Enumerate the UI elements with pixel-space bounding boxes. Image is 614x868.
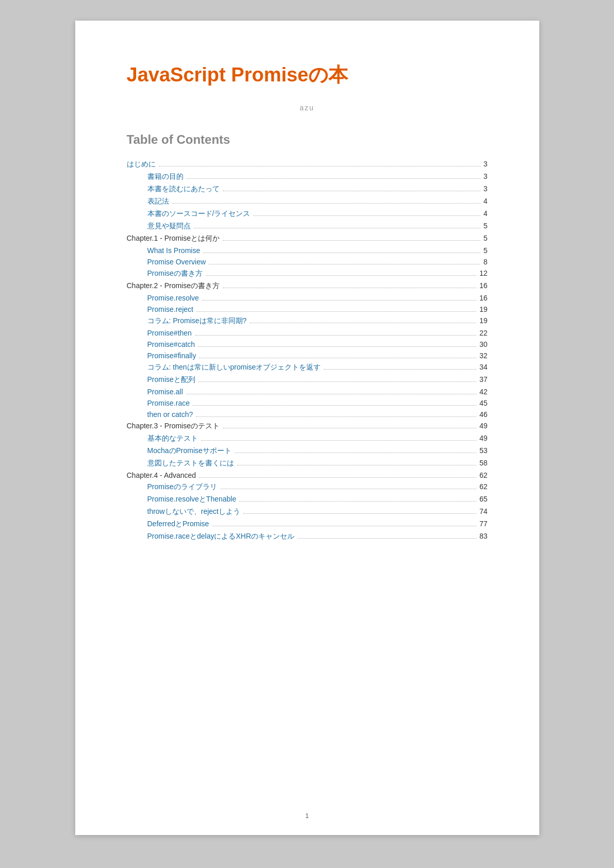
toc-page: 3 (484, 172, 488, 180)
toc-label: Promise.resolve (147, 294, 199, 302)
toc-dots (195, 335, 476, 336)
toc-label: はじめに (127, 160, 156, 169)
toc-entry[interactable]: コラム: Promiseは常に非同期?19 (127, 316, 488, 326)
toc-entry[interactable]: 意見や疑問点5 (127, 222, 488, 231)
toc-page: 5 (484, 234, 488, 242)
toc-entry[interactable]: Chapter.3 - Promiseのテスト49 (127, 422, 488, 431)
toc-entry[interactable]: Promise.all42 (127, 388, 488, 396)
toc-label: 意図したテストを書くには (147, 459, 234, 468)
toc-page: 5 (484, 246, 488, 255)
toc-page: 77 (479, 520, 488, 528)
toc-dots (203, 253, 480, 253)
toc-dots (237, 465, 476, 465)
toc-label: 書籍の目的 (147, 172, 184, 181)
toc-label: throwしないで、rejectしよう (147, 507, 240, 516)
toc-entry[interactable]: 本書のソースコード/ライセンス4 (127, 209, 488, 219)
toc-label: Promise.all (147, 388, 183, 396)
toc-entry[interactable]: Promise Overview8 (127, 258, 488, 266)
toc-label: コラム: Promiseは常に非同期? (147, 316, 247, 326)
toc-dots (223, 288, 476, 288)
toc-dots (172, 203, 480, 204)
toc-entry[interactable]: 表記法4 (127, 197, 488, 206)
toc-page: 49 (479, 422, 488, 430)
toc-entry[interactable]: 書籍の目的3 (127, 172, 488, 181)
toc-entry[interactable]: Promiseの書き方12 (127, 269, 488, 278)
toc-label: Promiseと配列 (147, 375, 195, 385)
toc-label: Chapter.3 - Promiseのテスト (127, 422, 220, 431)
toc-entry[interactable]: コラム: thenは常に新しいpromiseオブジェクトを返す34 (127, 363, 488, 372)
toc-entry[interactable]: Promise.reject19 (127, 305, 488, 313)
toc-entry[interactable]: Promise.raceとdelayによるXHRのキャンセル83 (127, 532, 488, 541)
toc-label: Chapter.4 - Advanced (127, 471, 196, 479)
toc-label: 表記法 (147, 197, 169, 206)
toc-dots (199, 358, 476, 358)
toc-dots (250, 323, 476, 323)
toc-dots (206, 275, 476, 276)
toc-page: 74 (479, 507, 488, 515)
toc-entry[interactable]: Chapter.1 - Promiseとは何か5 (127, 234, 488, 243)
toc-page: 46 (479, 410, 488, 419)
toc-dots (198, 381, 476, 382)
toc-entry[interactable]: Chapter.2 - Promiseの書き方16 (127, 281, 488, 291)
toc-page: 4 (484, 209, 488, 218)
toc-entry[interactable]: What Is Promise5 (127, 246, 488, 255)
toc-page: 3 (484, 185, 488, 193)
toc-label: Promise.reject (147, 305, 193, 313)
toc-entry[interactable]: 基本的なテスト49 (127, 434, 488, 443)
toc-page: 4 (484, 197, 488, 205)
book-title: JavaScript Promiseの本 (127, 62, 488, 88)
toc-dots (209, 264, 480, 264)
toc-page: 37 (479, 375, 488, 383)
toc-label: Promiseのライブラリ (147, 482, 217, 492)
toc-entry[interactable]: Promise#finally32 (127, 352, 488, 360)
toc-dots (199, 477, 476, 478)
toc-label: Chapter.1 - Promiseとは何か (127, 234, 220, 243)
toc-dots (198, 346, 476, 347)
toc-entry[interactable]: Promise.resolve16 (127, 294, 488, 302)
toc-entry[interactable]: Promise.resolveとThenable65 (127, 495, 488, 504)
page-number: 1 (305, 812, 309, 820)
toc-entry[interactable]: 意図したテストを書くには58 (127, 459, 488, 468)
toc-page: 53 (479, 446, 488, 455)
toc-page: 5 (484, 222, 488, 230)
toc-entry[interactable]: 本書を読むにあたって3 (127, 185, 488, 194)
toc-entry[interactable]: Promiseのライブラリ62 (127, 482, 488, 492)
toc-entry[interactable]: はじめに3 (127, 160, 488, 169)
toc-dots (193, 405, 476, 406)
toc-label: 基本的なテスト (147, 434, 198, 443)
toc-entry[interactable]: Chapter.4 - Advanced62 (127, 471, 488, 479)
toc-dots (194, 228, 480, 228)
toc-dots (202, 300, 476, 301)
toc-label: DeferredとPromise (147, 520, 209, 529)
toc-label: 意見や疑問点 (147, 222, 191, 231)
toc-entry[interactable]: then or catch?46 (127, 410, 488, 419)
toc-dots (239, 501, 476, 502)
toc-dots (253, 215, 480, 216)
toc-dots (223, 191, 480, 191)
toc-dots (196, 416, 476, 417)
toc-entry[interactable]: Promise#then22 (127, 329, 488, 337)
toc-entry[interactable]: DeferredとPromise77 (127, 520, 488, 529)
toc-page: 22 (479, 329, 488, 337)
toc-label: then or catch? (147, 410, 193, 419)
toc-page: 19 (479, 316, 488, 325)
toc-dots (159, 166, 480, 166)
toc-label: コラム: thenは常に新しいpromiseオブジェクトを返す (147, 363, 321, 372)
toc-entry[interactable]: throwしないで、rejectしよう74 (127, 507, 488, 516)
toc-page: 34 (479, 363, 488, 371)
toc-entry[interactable]: MochaのPromiseサポート53 (127, 446, 488, 456)
toc-entry[interactable]: Promiseと配列37 (127, 375, 488, 385)
toc-entry[interactable]: Promise.race45 (127, 399, 488, 407)
toc-label: Promise#finally (147, 352, 196, 360)
toc-label: 本書を読むにあたって (147, 185, 220, 194)
toc-dots (186, 394, 476, 394)
toc-dots (223, 428, 476, 428)
toc-page: 16 (479, 281, 488, 290)
toc-entry[interactable]: Promise#catch30 (127, 340, 488, 348)
toc-page: 19 (479, 305, 488, 313)
toc-page: 42 (479, 388, 488, 396)
toc-dots (243, 513, 476, 514)
toc-dots (196, 311, 476, 312)
toc-container: はじめに3書籍の目的3本書を読むにあたって3表記法4本書のソースコード/ライセン… (127, 160, 488, 541)
toc-page: 83 (479, 532, 488, 540)
